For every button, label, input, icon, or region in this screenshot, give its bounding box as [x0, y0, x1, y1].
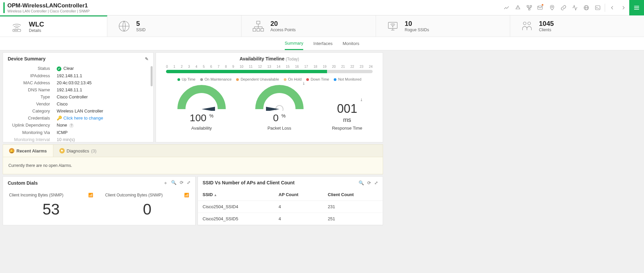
sub-tabs: Summary Interfaces Monitors [0, 37, 644, 50]
label-type: Type [3, 94, 57, 99]
page-subtitle: Wireless LAN Controller | Cisco Controll… [7, 9, 90, 13]
alarms-empty-text: Currently there are no open Alarms. [3, 157, 383, 174]
tab-interfaces[interactable]: Interfaces [313, 37, 332, 50]
alert-icon[interactable] [513, 3, 523, 13]
sort-icon: ▲ [214, 193, 217, 197]
gauge-availability-label: Availability [191, 126, 212, 131]
diagnostics-icon: ⚑ [59, 148, 65, 153]
custom-dials-card: Custom Dials ＋ 🔍 ⟳ ⤢ Client Incoming Byt… [3, 176, 196, 225]
svg-rect-26 [257, 28, 260, 31]
ssid-table: SSID▲ AP Count Client Count Cisco2504_SS… [198, 189, 383, 225]
timeline-ticks: 0123456789101112131415161718192021222324 [166, 65, 373, 69]
tab-recent-alarms[interactable]: 🔔Recent Alarms [3, 145, 53, 157]
svg-rect-19 [257, 21, 260, 24]
diag-count: (3) [91, 148, 97, 153]
legend-maint: On Maintenance [200, 77, 232, 81]
topology-icon[interactable] [524, 3, 534, 13]
svg-point-16 [16, 30, 16, 31]
gauge-response-time: ⤓ 001 ms Response Time [332, 100, 362, 131]
legend-hold: On Hold [284, 77, 302, 81]
timeline-bar [166, 70, 373, 73]
prev-icon[interactable] [607, 3, 617, 13]
location-icon[interactable] [547, 3, 557, 13]
alarms-panel: 🔔Recent Alarms ⚑Diagnostics (3) Currentl… [3, 144, 383, 174]
gauge-availability-value: 100 [190, 112, 207, 123]
svg-rect-27 [261, 28, 264, 31]
ssid-table-card: SSID Vs Number of APs and Client Count 🔍… [198, 176, 383, 225]
stat-row: WLCDetails 5SSID 20Access Points 10Rogue… [0, 15, 644, 37]
add-icon[interactable]: ＋ [163, 180, 168, 186]
stat-rogue[interactable]: 10Rogue SSIDs [376, 15, 510, 37]
search-icon[interactable]: 🔍 [171, 180, 176, 186]
stat-wlc-label: Details [29, 28, 44, 33]
mail-icon[interactable] [536, 3, 546, 13]
stat-ssid[interactable]: 5SSID [107, 15, 241, 37]
legend-up: Up Time [177, 77, 196, 81]
key-icon: 🔑 [57, 116, 62, 121]
table-row[interactable]: Cisco2504_SSID54251 [198, 213, 383, 225]
stat-ap-label: Access Points [270, 28, 296, 32]
stat-wlc-value: WLC [29, 20, 44, 28]
edit-icon[interactable]: ✎ [145, 56, 149, 61]
link-icon[interactable] [558, 3, 569, 13]
stat-clients-value: 1045 [539, 20, 554, 28]
tab-diagnostics[interactable]: ⚑Diagnostics (3) [53, 145, 103, 157]
dial-incoming: Client Incoming Bytes (SNMP)📶 53 [3, 189, 99, 222]
label-status: Status [3, 66, 57, 71]
stat-clients[interactable]: 1045Clients [510, 15, 644, 37]
label-via: Monitoring Via [3, 130, 57, 135]
svg-point-34 [198, 105, 205, 111]
search-icon[interactable]: 🔍 [359, 180, 364, 185]
expand-icon[interactable]: ⤢ [374, 180, 378, 185]
label-mac: MAC Address [3, 80, 57, 85]
svg-rect-3 [529, 8, 530, 10]
col-ssid[interactable]: SSID▲ [198, 189, 274, 201]
timeline-uptime-segment [166, 70, 327, 73]
stat-rogue-label: Rogue SSIDs [405, 28, 429, 32]
value-mac: 20:4c:03:02:13:45 [57, 80, 92, 85]
chart-icon[interactable] [501, 3, 512, 13]
activity-icon[interactable] [570, 3, 580, 13]
credentials-link[interactable]: Click here to change [63, 116, 103, 121]
refresh-icon[interactable]: ⟳ [180, 180, 183, 186]
export-icon[interactable]: ⤓ [302, 81, 305, 86]
globe-icon[interactable] [581, 3, 591, 13]
dial-outgoing-value: 0 [105, 200, 190, 218]
svg-point-5 [551, 6, 553, 7]
expand-icon[interactable]: ⤢ [187, 180, 191, 186]
label-interval: Monitoring Interval [3, 137, 57, 142]
stat-rogue-value: 10 [405, 20, 429, 28]
export-icon[interactable]: ⤓ [360, 98, 363, 102]
legend-nm: Not Monitored [334, 77, 361, 81]
label-dns: DNS Name [3, 87, 57, 92]
tab-monitors[interactable]: Monitors [342, 37, 359, 50]
next-icon[interactable] [619, 3, 629, 13]
signal-icon: 📶 [184, 193, 189, 197]
help-icon[interactable]: ? [69, 123, 74, 128]
svg-point-15 [14, 30, 15, 31]
table-row[interactable]: Cisco2504_SSID44231 [198, 201, 383, 213]
gauge-loss-value: 0 [273, 112, 279, 123]
dial-outgoing-label: Client Outcoming Bytes (SNMP) [105, 193, 163, 197]
stat-wlc[interactable]: WLCDetails [0, 15, 107, 37]
value-uplink: None [57, 123, 67, 128]
stat-ap[interactable]: 20Access Points [241, 15, 376, 37]
gauge-rt-label: Response Time [332, 126, 362, 131]
svg-point-32 [523, 22, 526, 25]
availability-suffix: (Today) [286, 57, 299, 61]
gauge-loss-unit: % [281, 113, 285, 119]
refresh-icon[interactable]: ⟳ [367, 180, 371, 185]
tab-summary[interactable]: Summary [285, 37, 304, 50]
svg-point-33 [528, 22, 530, 25]
custom-dials-title: Custom Dials [8, 180, 38, 186]
terminal-icon[interactable] [593, 3, 603, 13]
availability-title: Availability Timeline [239, 56, 284, 61]
col-ap[interactable]: AP Count [274, 189, 323, 201]
scrollbar[interactable] [151, 66, 153, 86]
value-status: Clear [57, 66, 74, 71]
hamburger-menu[interactable] [629, 0, 644, 15]
value-category: Wireless LAN Controller [57, 108, 103, 113]
col-client[interactable]: Client Count [323, 189, 383, 201]
label-credentials: Credentials [3, 116, 57, 121]
signal-icon: 📶 [88, 193, 93, 197]
